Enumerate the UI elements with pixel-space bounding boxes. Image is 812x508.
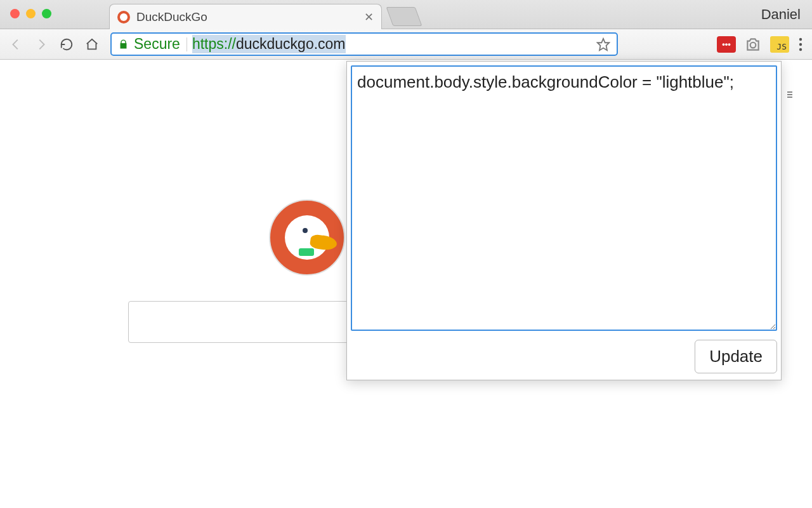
minimize-window-button[interactable] (26, 9, 36, 18)
chrome-menu-button[interactable] (798, 37, 803, 51)
lock-icon (118, 39, 129, 50)
js-injector-extension-icon[interactable]: JS (770, 36, 789, 53)
svg-point-2 (799, 37, 802, 40)
close-tab-icon[interactable]: ✕ (364, 10, 374, 24)
back-arrow-icon (9, 37, 23, 51)
titlebar: DuckDuckGo ✕ Daniel (0, 0, 812, 29)
secure-label: Secure (134, 36, 180, 53)
toolbar: Secure https://duckduckgo.com ••• JS (0, 29, 812, 60)
maximize-window-button[interactable] (42, 9, 51, 18)
duck-head-icon (285, 215, 329, 260)
url-protocol: https:// (192, 36, 236, 52)
new-tab-button[interactable] (386, 7, 422, 26)
url-selection: https://duckduckgo.com (192, 35, 346, 53)
duckduckgo-logo-circle (269, 199, 345, 276)
extensions-area: ••• JS (717, 36, 803, 53)
duckduckgo-favicon (117, 11, 130, 23)
svg-marker-0 (598, 38, 609, 50)
chrome-window: DuckDuckGo ✕ Daniel Secure https://duckd… (0, 0, 812, 508)
js-extension-popup: Update (346, 61, 782, 380)
svg-point-3 (799, 43, 802, 45)
back-button[interactable] (9, 37, 23, 51)
page-content: Update (0, 60, 812, 508)
forward-button[interactable] (34, 37, 48, 51)
window-controls (10, 9, 51, 18)
close-window-button[interactable] (10, 9, 20, 18)
popup-actions: Update (351, 340, 777, 373)
svg-point-1 (750, 42, 756, 48)
address-bar[interactable]: Secure https://duckduckgo.com (110, 32, 618, 56)
lastpass-extension-icon[interactable]: ••• (717, 36, 736, 53)
profile-name[interactable]: Daniel (761, 6, 801, 23)
forward-arrow-icon (34, 37, 48, 51)
tab-title: DuckDuckGo (136, 10, 364, 24)
svg-point-4 (799, 48, 802, 50)
update-button[interactable]: Update (695, 340, 777, 373)
vertical-dots-icon (798, 37, 803, 51)
bookmark-star-icon[interactable] (596, 37, 610, 51)
screenshot-extension-icon[interactable] (745, 36, 761, 53)
omnibox-separator (187, 37, 187, 51)
home-button[interactable] (85, 37, 99, 51)
duckduckgo-logo (269, 199, 345, 276)
reload-icon (60, 37, 74, 51)
url-host: duckduckgo.com (236, 36, 346, 52)
browser-tab[interactable]: DuckDuckGo ✕ (109, 4, 382, 29)
home-icon (85, 37, 99, 51)
camera-icon (745, 36, 761, 53)
reload-button[interactable] (60, 37, 74, 51)
code-textarea[interactable] (351, 65, 777, 331)
sidebar-handle-icon[interactable] (787, 90, 792, 102)
